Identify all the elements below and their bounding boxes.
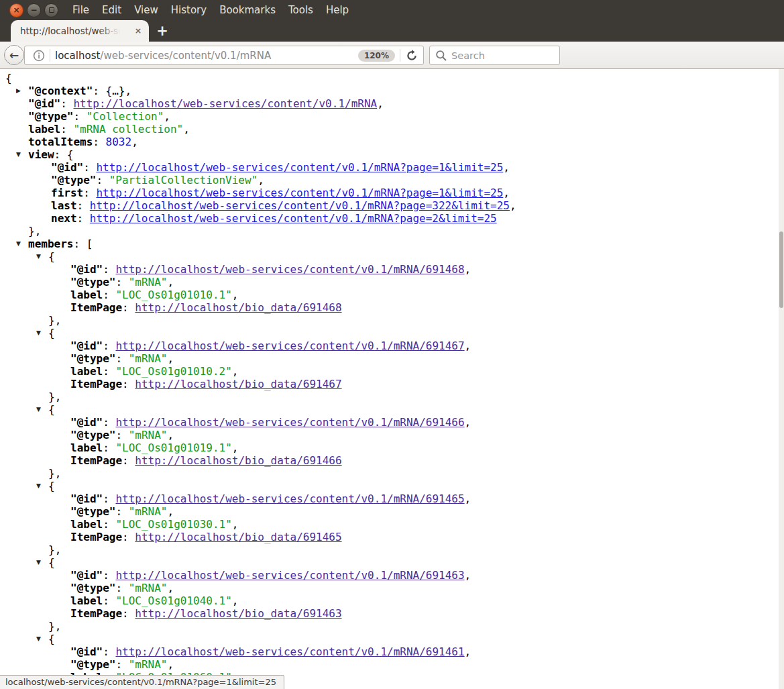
zoom-level-indicator[interactable]: 120% — [358, 50, 395, 62]
json-line: "@type": "mRNA", — [0, 429, 779, 441]
json-text: , — [258, 174, 264, 187]
json-key: "@type" — [70, 352, 115, 365]
json-line: ItemPage: http://localhost/bio_data/6914… — [0, 378, 779, 390]
json-link[interactable]: http://localhost/bio_data/691466 — [135, 454, 341, 467]
back-button[interactable]: ← — [4, 45, 24, 65]
json-key: "@type" — [70, 658, 115, 671]
menu-view[interactable]: View — [134, 4, 158, 16]
json-text: , — [168, 658, 174, 671]
json-text: { — [48, 327, 55, 339]
json-string: "LOC_Os01g01010.1" — [115, 288, 231, 301]
json-text: { — [48, 633, 55, 645]
json-line: ▼{ — [0, 250, 779, 263]
json-content: {▶"@context": {…},"@id": http://localhos… — [0, 69, 779, 689]
json-text: , — [164, 110, 170, 123]
site-info-icon[interactable] — [33, 50, 45, 62]
json-text: , — [168, 582, 174, 594]
json-key: first — [51, 187, 83, 199]
scrollbar-track[interactable] — [779, 69, 784, 689]
json-number: 8032 — [106, 136, 132, 148]
json-line: "@type": "PartialCollectionView", — [0, 174, 779, 187]
json-line: "@id": http://localhost/web-services/con… — [0, 416, 779, 429]
json-link[interactable]: http://localhost/web-services/content/v0… — [115, 339, 464, 352]
collapse-toggle-icon[interactable]: ▼ — [36, 403, 41, 416]
json-string: "LOC_Os01g01030.1" — [115, 518, 231, 531]
json-line: label: "LOC_Os01g01010.2", — [0, 365, 779, 378]
window-controls: × − — [9, 3, 58, 17]
menu-file[interactable]: File — [72, 4, 89, 16]
json-link[interactable]: http://localhost/web-services/content/v0… — [96, 187, 503, 199]
reload-icon[interactable] — [406, 50, 418, 62]
json-text: : — [103, 518, 115, 531]
menu-edit[interactable]: Edit — [102, 4, 121, 16]
window-maximize-button[interactable] — [44, 3, 58, 17]
window-close-button[interactable]: × — [9, 3, 23, 17]
json-text: : — [115, 505, 128, 518]
collapse-toggle-icon[interactable]: ▼ — [16, 237, 21, 250]
json-key: "@id" — [70, 339, 103, 352]
json-link[interactable]: http://localhost/web-services/content/v0… — [73, 97, 377, 110]
json-key: "@id" — [70, 645, 103, 658]
menu-bookmarks[interactable]: Bookmarks — [219, 4, 276, 16]
browser-window: × − File Edit View History Bookmarks Too… — [0, 0, 784, 689]
json-key: "@id" — [70, 416, 103, 429]
json-key: ItemPage — [70, 301, 122, 314]
collapse-toggle-icon[interactable]: ▼ — [16, 148, 21, 161]
json-key: "@type" — [70, 582, 115, 594]
json-text: }, — [48, 390, 61, 403]
json-line: }, — [0, 314, 779, 327]
json-link[interactable]: http://localhost/web-services/content/v0… — [115, 569, 464, 582]
json-link[interactable]: http://localhost/web-services/content/v0… — [90, 212, 497, 225]
json-line: totalItems: 8032, — [0, 136, 779, 148]
json-text: : — [103, 339, 115, 352]
json-line: ▼{ — [0, 327, 779, 339]
json-link[interactable]: http://localhost/web-services/content/v0… — [90, 199, 510, 212]
search-input[interactable] — [451, 50, 539, 61]
new-tab-button[interactable]: + — [153, 22, 172, 40]
json-line: ▶"@context": {…}, — [0, 85, 779, 97]
json-link[interactable]: http://localhost/web-services/content/v0… — [115, 416, 464, 429]
json-key: members — [28, 237, 73, 250]
json-link[interactable]: http://localhost/bio_data/691465 — [135, 531, 341, 543]
json-line: ItemPage: http://localhost/bio_data/6914… — [0, 531, 779, 543]
json-string: "PartialCollectionView" — [109, 174, 258, 187]
json-link[interactable]: http://localhost/bio_data/691463 — [135, 607, 341, 620]
collapse-toggle-icon[interactable]: ▼ — [36, 556, 41, 569]
collapse-toggle-icon[interactable]: ▼ — [36, 633, 41, 645]
json-key: label — [70, 441, 103, 454]
active-tab[interactable]: http://localhost/web-serv × — [11, 20, 149, 42]
json-link[interactable]: http://localhost/web-services/content/v0… — [115, 263, 464, 276]
json-key: next — [51, 212, 77, 225]
collapse-toggle-icon[interactable]: ▼ — [36, 480, 41, 492]
menu-tools[interactable]: Tools — [288, 4, 313, 16]
json-text: : — [115, 582, 128, 594]
json-string: "Collection" — [87, 110, 164, 123]
tab-close-icon[interactable]: × — [133, 26, 143, 36]
json-link[interactable]: http://localhost/bio_data/691467 — [135, 378, 341, 390]
json-text: { — [48, 403, 55, 416]
collapse-toggle-icon[interactable]: ▶ — [16, 85, 21, 97]
json-link[interactable]: http://localhost/web-services/content/v0… — [115, 492, 464, 505]
url-bar[interactable]: localhost/web-services/content/v0.1/mRNA… — [24, 46, 424, 65]
scrollbar-thumb[interactable] — [779, 231, 783, 308]
json-line: }, — [0, 467, 779, 480]
menu-history[interactable]: History — [171, 4, 207, 16]
json-string: "mRNA" — [129, 352, 168, 365]
json-line: "@id": http://localhost/web-services/con… — [0, 492, 779, 505]
json-link[interactable]: http://localhost/web-services/content/v0… — [96, 161, 503, 174]
collapse-toggle-icon[interactable]: ▼ — [36, 327, 41, 339]
collapse-toggle-icon[interactable]: ▼ — [36, 250, 41, 263]
json-line: ItemPage: http://localhost/bio_data/6914… — [0, 607, 779, 620]
json-string: "mRNA" — [129, 658, 168, 671]
json-link[interactable]: http://localhost/bio_data/691468 — [135, 301, 341, 314]
json-line: "@type": "Collection", — [0, 110, 779, 123]
json-text: : — [122, 378, 135, 390]
json-line: label: "LOC_Os01g01019.1", — [0, 441, 779, 454]
json-line: ▼{ — [0, 480, 779, 492]
search-bar[interactable] — [429, 46, 560, 65]
tab-title-fade — [98, 20, 128, 42]
json-text: }, — [48, 467, 61, 480]
json-link[interactable]: http://localhost/web-services/content/v0… — [115, 645, 464, 658]
menu-help[interactable]: Help — [326, 4, 349, 16]
window-minimize-button[interactable]: − — [27, 3, 41, 17]
